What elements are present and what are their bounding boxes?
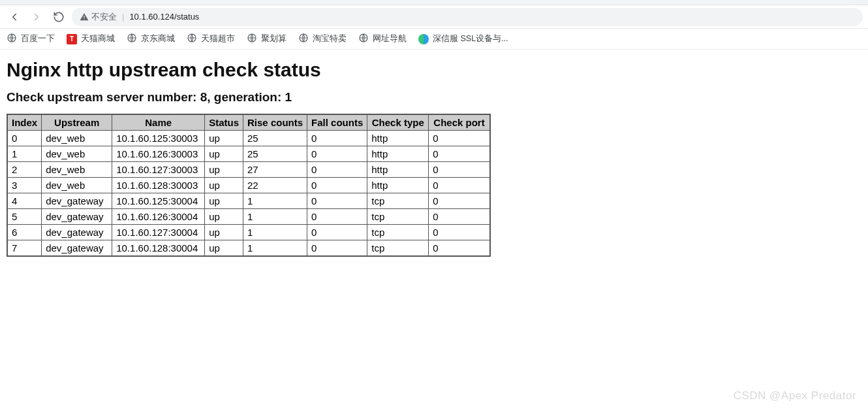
bookmark-label: 天猫商城 [81, 33, 115, 44]
cell-type: http [367, 178, 429, 193]
cell-name: 10.1.60.125:30004 [112, 193, 205, 209]
cell-rise: 1 [243, 209, 307, 225]
bookmark-item[interactable]: 京东商城 [127, 33, 175, 45]
col-fall: Fall counts [307, 114, 367, 131]
cell-index: 3 [7, 178, 42, 193]
cell-status: up [205, 240, 243, 257]
table-row: 7dev_gateway10.1.60.128:30004up10tcp0 [7, 240, 490, 257]
cell-index: 2 [7, 162, 42, 178]
cell-index: 4 [7, 193, 42, 209]
cell-name: 10.1.60.128:30004 [112, 240, 205, 257]
page-subtitle: Check upstream server number: 8, generat… [7, 90, 861, 105]
back-button[interactable] [5, 8, 23, 26]
cell-type: http [367, 162, 429, 178]
bookmark-label: 网址导航 [373, 33, 407, 44]
cell-index: 7 [7, 240, 42, 257]
cell-rise: 27 [243, 162, 307, 178]
cell-upstream: dev_gateway [42, 193, 112, 209]
cell-rise: 1 [243, 193, 307, 209]
bookmark-item[interactable]: 百度一下 [7, 33, 55, 45]
cell-status: up [205, 193, 243, 209]
col-upstream: Upstream [42, 114, 112, 131]
reload-button[interactable] [50, 8, 68, 26]
bookmark-label: 深信服 SSL设备与... [433, 33, 508, 44]
col-status: Status [205, 114, 243, 131]
cell-rise: 1 [243, 225, 307, 240]
cell-fall: 0 [307, 131, 367, 146]
sangfor-icon [418, 34, 429, 44]
globe-icon [7, 33, 17, 45]
table-row: 0dev_web10.1.60.125:30003up250http0 [7, 131, 490, 146]
cell-upstream: dev_web [42, 146, 112, 162]
cell-rise: 22 [243, 178, 307, 193]
cell-name: 10.1.60.127:30004 [112, 225, 205, 240]
cell-port: 0 [429, 225, 490, 240]
cell-status: up [205, 178, 243, 193]
cell-port: 0 [429, 209, 490, 225]
table-row: 5dev_gateway10.1.60.126:30004up10tcp0 [7, 209, 490, 225]
cell-fall: 0 [307, 162, 367, 178]
col-port: Check port [429, 114, 490, 131]
cell-status: up [205, 146, 243, 162]
bookmark-item[interactable]: T天猫商城 [67, 33, 115, 44]
globe-icon [247, 33, 257, 45]
cell-upstream: dev_web [42, 178, 112, 193]
page-title: Nginx http upstream check status [7, 59, 861, 81]
cell-fall: 0 [307, 225, 367, 240]
cell-name: 10.1.60.126:30004 [112, 209, 205, 225]
cell-type: tcp [367, 240, 429, 257]
bookmark-item[interactable]: 淘宝特卖 [298, 33, 347, 45]
col-name: Name [112, 114, 205, 131]
globe-icon [358, 33, 369, 45]
bookmark-label: 天猫超市 [201, 33, 235, 44]
cell-port: 0 [429, 240, 490, 257]
cell-type: http [367, 146, 429, 162]
globe-icon [187, 33, 197, 45]
cell-status: up [205, 209, 243, 225]
table-row: 3dev_web10.1.60.128:30003up220http0 [7, 178, 490, 193]
cell-type: http [367, 131, 429, 146]
cell-fall: 0 [307, 178, 367, 193]
tmall-icon: T [67, 34, 77, 44]
status-table: Index Upstream Name Status Rise counts F… [7, 114, 491, 257]
cell-rise: 1 [243, 240, 307, 257]
cell-fall: 0 [307, 209, 367, 225]
cell-fall: 0 [307, 240, 367, 257]
bookmark-item[interactable]: 深信服 SSL设备与... [418, 33, 508, 44]
col-type: Check type [367, 114, 429, 131]
cell-rise: 25 [243, 131, 307, 146]
cell-type: tcp [367, 225, 429, 240]
cell-type: tcp [367, 193, 429, 209]
cell-status: up [205, 162, 243, 178]
forward-button[interactable] [27, 8, 46, 26]
watermark: CSDN @Apex Predator [734, 389, 856, 402]
cell-fall: 0 [307, 146, 367, 162]
cell-upstream: dev_gateway [42, 240, 112, 257]
cell-upstream: dev_web [42, 162, 112, 178]
cell-port: 0 [429, 162, 490, 178]
cell-port: 0 [429, 178, 490, 193]
not-secure-label: 不安全 [91, 11, 117, 23]
cell-index: 5 [7, 209, 42, 225]
globe-icon [127, 33, 137, 45]
table-row: 6dev_gateway10.1.60.127:30004up10tcp0 [7, 225, 490, 240]
cell-index: 6 [7, 225, 42, 240]
cell-status: up [205, 225, 243, 240]
cell-port: 0 [429, 193, 490, 209]
bookmark-label: 百度一下 [21, 33, 55, 44]
cell-name: 10.1.60.127:30003 [112, 162, 205, 178]
globe-icon [298, 33, 309, 45]
cell-name: 10.1.60.125:30003 [112, 131, 205, 146]
bookmark-label: 淘宝特卖 [313, 33, 347, 44]
bookmark-item[interactable]: 聚划算 [247, 33, 287, 45]
bookmark-item[interactable]: 天猫超市 [187, 33, 235, 45]
address-bar[interactable]: 不安全 | 10.1.60.124/status [72, 8, 863, 26]
cell-port: 0 [429, 146, 490, 162]
col-rise: Rise counts [243, 114, 307, 131]
table-header-row: Index Upstream Name Status Rise counts F… [7, 114, 490, 131]
tab-strip [0, 0, 868, 5]
cell-rise: 25 [243, 146, 307, 162]
bookmark-item[interactable]: 网址导航 [358, 33, 407, 45]
cell-index: 1 [7, 146, 42, 162]
col-index: Index [7, 114, 42, 131]
